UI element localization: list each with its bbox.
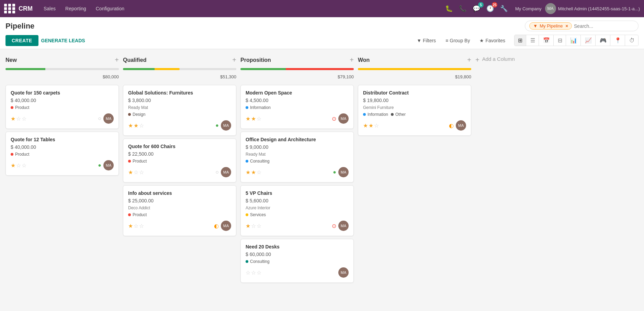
star-1[interactable]: ★ (251, 115, 256, 122)
star-2[interactable]: ☆ (257, 269, 261, 276)
star-1[interactable]: ☆ (16, 115, 21, 122)
filter-close-icon[interactable]: × (565, 23, 568, 29)
star-0[interactable]: ☆ (246, 269, 250, 276)
search-input[interactable] (574, 23, 634, 29)
column-won: Won + $19,800 Distributor Contract $ 19,… (358, 55, 471, 283)
star-2[interactable]: ☆ (139, 169, 144, 176)
star-2[interactable]: ☆ (257, 169, 261, 176)
card-stars: ★★☆ (128, 122, 144, 129)
create-button[interactable]: CREATE (5, 35, 38, 46)
column-title: Proposition (240, 57, 271, 63)
kanban-card[interactable]: Quote for 12 Tables $ 40,000.00 Product … (5, 132, 119, 176)
star-2[interactable]: ☆ (139, 223, 144, 229)
view-switcher: ⊞ ☰ 📅 ⊟ 📊 📈 🎮 📍 ⏱ (514, 35, 639, 46)
kanban-card[interactable]: Quote for 600 Chairs $ 22,500.00 Product… (123, 138, 236, 182)
star-2[interactable]: ☆ (22, 162, 26, 169)
card-footer: ★★☆ ● MA (246, 167, 349, 177)
kanban-card[interactable]: Need 20 Desks $ 60,000.00 Consulting ☆☆☆… (240, 239, 354, 283)
bug-icon-btn[interactable]: 🐛 (444, 3, 454, 14)
card-footer: ★☆☆ ○ MA (128, 167, 231, 177)
star-1[interactable]: ★ (369, 122, 373, 129)
kanban-view-btn[interactable]: ⊞ (515, 35, 526, 46)
kanban-card[interactable]: Modern Open Space $ 4,500.00 Information… (240, 85, 354, 129)
star-0[interactable]: ★ (128, 223, 133, 229)
my-pipeline-filter[interactable]: ▼ My Pipeline × (529, 22, 572, 30)
star-1[interactable]: ★ (134, 122, 138, 129)
card-tag: Product (128, 212, 231, 217)
line-chart-view-btn[interactable]: 📈 (581, 35, 596, 46)
app-grid-menu[interactable] (4, 4, 16, 13)
column-header: Qualified + (123, 55, 236, 65)
list-view-btn[interactable]: ☰ (527, 35, 539, 46)
add-column-button[interactable]: +Add a Column (475, 55, 544, 283)
nav-reporting[interactable]: Reporting (61, 4, 90, 13)
progress-segment (45, 68, 119, 70)
kanban-card[interactable]: Global Solutions: Furnitures $ 3,800.00 … (123, 85, 236, 136)
star-1[interactable]: ☆ (16, 162, 21, 169)
chat-icon-btn[interactable]: 💬 5 (471, 3, 482, 14)
star-2[interactable]: ☆ (374, 122, 379, 129)
progress-segment (358, 68, 471, 70)
table-view-btn[interactable]: ⊟ (554, 35, 566, 46)
tools-icon-btn[interactable]: 🔧 (499, 3, 509, 14)
settings-view-btn[interactable]: ⏱ (626, 35, 638, 46)
card-user-avatar: MA (221, 167, 231, 177)
kanban-card[interactable]: Info about services $ 25,000.00 Deco Add… (123, 185, 236, 236)
star-0[interactable]: ★ (246, 169, 250, 176)
map-view-btn[interactable]: 📍 (611, 35, 625, 46)
card-company: Ready Mat (246, 152, 349, 157)
phone-icon-btn[interactable]: 📞 (457, 3, 468, 14)
column-add-button[interactable]: + (232, 56, 236, 64)
activity-view-btn[interactable]: 🎮 (596, 35, 610, 46)
star-0[interactable]: ★ (128, 122, 133, 129)
user-menu[interactable]: MA Mitchell Admin (14452455-saas-15-1-a.… (545, 3, 640, 14)
card-footer: ★★☆ ● MA (128, 120, 231, 131)
nav-configuration[interactable]: Configuration (92, 4, 128, 13)
kanban-card[interactable]: Distributor Contract $ 19,800.00 Gemini … (358, 85, 471, 136)
star-1[interactable]: ☆ (134, 169, 138, 176)
filter-icon: ▼ (417, 38, 421, 43)
star-0[interactable]: ★ (11, 162, 15, 169)
column-add-button[interactable]: + (467, 56, 471, 64)
orange-activity-icon: ◐ (214, 223, 219, 229)
star-0[interactable]: ★ (128, 169, 133, 176)
star-0[interactable]: ★ (246, 115, 250, 122)
favorites-button[interactable]: ★ Favorites (476, 36, 509, 45)
star-1[interactable]: ☆ (251, 223, 256, 229)
star-2[interactable]: ☆ (139, 122, 144, 129)
column-add-button[interactable]: + (115, 56, 119, 64)
card-amount: $ 40,000.00 (11, 98, 114, 103)
star-2[interactable]: ☆ (257, 115, 261, 122)
groupby-icon: ≡ (445, 38, 448, 43)
column-add-button[interactable]: + (350, 56, 354, 64)
nav-sales[interactable]: Sales (39, 4, 60, 13)
add-column-label: Add a Column (482, 56, 515, 62)
star-1[interactable]: ★ (251, 169, 256, 176)
card-stars: ★★☆ (246, 115, 261, 122)
card-user-avatar: MA (338, 221, 349, 231)
kanban-card[interactable]: Office Design and Architecture $ 9,000.0… (240, 132, 354, 182)
filters-button[interactable]: ▼ Filters (413, 36, 439, 45)
kanban-card[interactable]: 5 VP Chairs $ 5,600.00 Azure Interior Se… (240, 185, 354, 236)
card-title: Info about services (128, 190, 231, 196)
card-tag: Product (11, 152, 114, 157)
generate-leads-button[interactable]: GENERATE LEADS (41, 38, 85, 43)
star-0[interactable]: ★ (246, 223, 250, 229)
app-logo[interactable]: CRM (19, 5, 33, 12)
column-proposition: Proposition + $79,100 Modern Open Space … (240, 55, 354, 283)
star-0[interactable]: ★ (11, 115, 15, 122)
kanban-card[interactable]: Quote for 150 carpets $ 40,000.00 Produc… (5, 85, 119, 129)
groupby-button[interactable]: ≡ Group By (442, 36, 473, 45)
company-label[interactable]: My Company (515, 6, 542, 11)
card-amount: $ 25,000.00 (128, 198, 231, 203)
card-tag: Product (128, 159, 231, 164)
clock-icon-btn[interactable]: 🕐 25 (485, 3, 495, 14)
star-1[interactable]: ☆ (251, 269, 256, 276)
star-1[interactable]: ☆ (134, 223, 138, 229)
favorites-label: Favorites (485, 38, 505, 43)
star-0[interactable]: ★ (363, 122, 368, 129)
star-2[interactable]: ☆ (257, 223, 261, 229)
star-2[interactable]: ☆ (22, 115, 26, 122)
bar-chart-view-btn[interactable]: 📊 (567, 35, 581, 46)
calendar-view-btn[interactable]: 📅 (540, 35, 554, 46)
